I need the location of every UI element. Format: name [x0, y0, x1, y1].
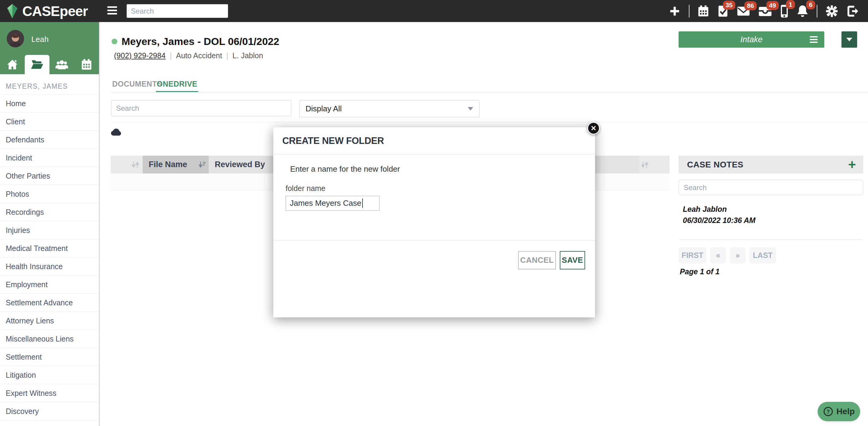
- sidebar-menu-item[interactable]: Discovery: [0, 402, 99, 420]
- inbox-badge: 49: [766, 1, 779, 10]
- tab-onedrive[interactable]: ONEDRIVE: [156, 80, 198, 92]
- column-sort-blank[interactable]: [111, 156, 143, 174]
- cancel-button[interactable]: CANCEL: [518, 251, 556, 269]
- tab-documents[interactable]: DOCUMENTS: [112, 80, 154, 92]
- case-menu: Home Client Defendants Incident Other Pa…: [0, 94, 99, 426]
- onedrive-cloud-icon[interactable]: [111, 128, 122, 137]
- sidebar-menu-item[interactable]: Injuries: [0, 221, 99, 239]
- case-attorney: L. Jablon: [232, 51, 263, 60]
- global-search-input[interactable]: [127, 7, 227, 16]
- brand-name: CASEpeer: [22, 3, 88, 19]
- notifications-bell-icon[interactable]: 6: [797, 4, 809, 18]
- display-filter-select[interactable]: Display All: [299, 100, 479, 117]
- modal-header: CREATE NEW FOLDER: [273, 127, 595, 154]
- column-sort-blank-end[interactable]: [640, 156, 670, 174]
- calendar-icon[interactable]: [698, 5, 709, 18]
- sidebar-menu-item[interactable]: Other Parties: [0, 166, 99, 185]
- sidebar-menu-item[interactable]: Recordings: [0, 203, 99, 221]
- chevron-down-icon: [846, 38, 852, 41]
- case-notes-search: [679, 180, 863, 195]
- topbar-divider: [817, 5, 817, 18]
- create-folder-modal: ✕ CREATE NEW FOLDER Enter a name for the…: [273, 127, 595, 317]
- add-note-plus-icon[interactable]: +: [848, 159, 856, 171]
- text-cursor: [362, 199, 363, 208]
- nav-home-icon[interactable]: [0, 55, 25, 74]
- nav-calendar-icon[interactable]: [74, 55, 99, 74]
- sidebar-menu-item[interactable]: Defendants: [0, 130, 99, 148]
- case-notes-search-input[interactable]: [679, 183, 863, 192]
- folder-name-value: James Meyers Case: [290, 199, 361, 208]
- sidebar-menu-item[interactable]: Attorney Liens: [0, 311, 99, 330]
- case-title: Meyers, James - DOL 06/01/2022: [112, 36, 279, 48]
- notes-divider: [679, 239, 863, 240]
- sidebar-menu-item[interactable]: Employment: [0, 275, 99, 293]
- sort-desc-icon: [198, 161, 206, 169]
- case-title-text: Meyers, James - DOL 06/01/2022: [122, 36, 279, 48]
- modal-title: CREATE NEW FOLDER: [282, 135, 384, 146]
- sort-icon: [131, 161, 140, 169]
- sidebar-menu-item[interactable]: Incident: [0, 148, 99, 166]
- pagination-next-button[interactable]: »: [730, 247, 746, 263]
- case-subheader: (902) 929-2984 | Auto Accident | L. Jabl…: [114, 51, 263, 60]
- user-avatar[interactable]: [7, 30, 24, 48]
- tasks-badge: 35: [723, 1, 735, 10]
- tasks-icon[interactable]: 35: [717, 5, 728, 18]
- documents-search: [111, 100, 291, 116]
- sidebar-menu-item[interactable]: Health Insurance: [0, 257, 99, 275]
- folder-name-input[interactable]: James Meyers Case: [286, 196, 379, 211]
- modal-description: Enter a name for the new folder: [290, 164, 400, 174]
- sidebar-menu-item[interactable]: Medical Treatment: [0, 239, 99, 257]
- menu-hamburger-icon[interactable]: [107, 6, 117, 14]
- pagination-first-button[interactable]: FIRST: [679, 247, 706, 263]
- intake-status-button[interactable]: Intake: [679, 31, 824, 48]
- notifications-badge: 6: [806, 0, 815, 9]
- logout-icon[interactable]: [846, 5, 859, 17]
- mail-icon[interactable]: 86: [737, 5, 750, 17]
- case-phone-link[interactable]: (902) 929-2984: [114, 51, 165, 60]
- topbar: CASEpeer 35 86 49 1 6: [0, 0, 868, 22]
- case-notes-title: CASE NOTES: [687, 160, 743, 170]
- column-file-name[interactable]: File Name: [143, 156, 209, 174]
- sidebar-menu-item[interactable]: Miscellaneous Liens: [0, 330, 99, 347]
- sidebar-menu-item[interactable]: Settlement Advance: [0, 293, 99, 311]
- documents-search-input[interactable]: [111, 104, 291, 113]
- mail-badge: 86: [744, 1, 757, 10]
- toolbar-divider: [111, 122, 868, 122]
- sidebar-user-header: Leah: [0, 22, 99, 74]
- sidebar-menu-item[interactable]: Home: [0, 94, 99, 112]
- pagination-status: Page 1 of 1: [680, 267, 863, 276]
- add-icon[interactable]: [669, 5, 681, 17]
- tabs-divider: [111, 92, 868, 92]
- chevron-down-icon: [468, 107, 473, 111]
- modal-footer: CANCEL SAVE: [273, 240, 595, 317]
- settings-gear-icon[interactable]: [826, 5, 838, 18]
- nav-cases-folder-icon[interactable]: [25, 55, 50, 74]
- help-label: Help: [836, 407, 855, 416]
- pagination-last-button[interactable]: LAST: [749, 247, 776, 263]
- intake-dropdown-button[interactable]: [841, 31, 857, 48]
- sidebar-menu-item[interactable]: Litigation: [0, 366, 99, 384]
- close-icon[interactable]: ✕: [587, 122, 600, 134]
- notes-pagination: FIRST « » LAST: [679, 247, 863, 263]
- save-button[interactable]: SAVE: [560, 251, 585, 269]
- sidebar-nav-tabs: [0, 55, 99, 74]
- topbar-divider: [689, 5, 689, 18]
- nav-contacts-people-icon[interactable]: [50, 55, 74, 74]
- app-logo[interactable]: CASEpeer: [6, 0, 88, 22]
- question-circle-icon: ?: [823, 406, 833, 417]
- sidebar: Leah MEYERS, JAMES Home Client Defendant…: [0, 22, 99, 426]
- help-button[interactable]: ? Help: [818, 402, 860, 421]
- inbox-icon[interactable]: 49: [758, 5, 772, 17]
- sidebar-menu-item[interactable]: Client: [0, 112, 99, 130]
- note-author[interactable]: Leah Jablon: [683, 205, 863, 214]
- separator: |: [170, 51, 172, 60]
- pagination-prev-button[interactable]: «: [710, 247, 726, 263]
- sidebar-menu-item[interactable]: Expert Witness: [0, 384, 99, 402]
- user-name: Leah: [31, 35, 49, 44]
- sidebar-menu-item[interactable]: Photos: [0, 185, 99, 203]
- case-status-dot: [112, 39, 117, 44]
- topbar-actions: 35 86 49 1 6: [669, 0, 859, 22]
- phone-icon[interactable]: 1: [780, 4, 788, 18]
- sidebar-menu-item[interactable]: Settlement: [0, 347, 99, 366]
- svg-text:?: ?: [827, 409, 830, 415]
